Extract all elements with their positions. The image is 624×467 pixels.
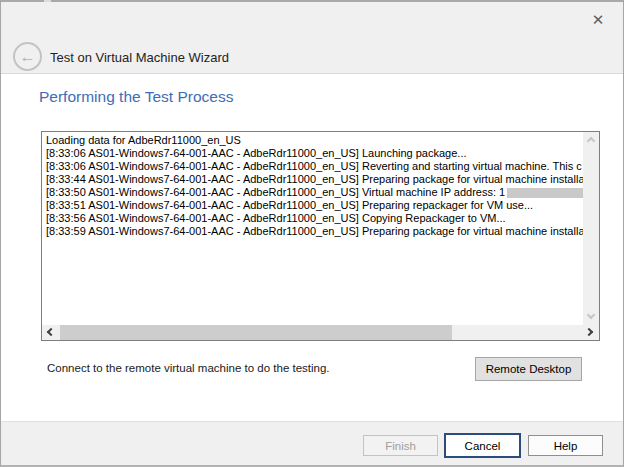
scroll-down-button[interactable] xyxy=(583,309,599,325)
log-line: [8:33:06 AS01-Windows7-64-001-AAC - Adbe… xyxy=(46,147,583,160)
test-process-log-listbox[interactable]: Loading data for AdbeRdr11000_en_US [8:3… xyxy=(41,131,600,341)
back-button[interactable]: ← xyxy=(13,42,42,71)
finish-button[interactable]: Finish xyxy=(363,435,438,456)
footer-bar: Finish Cancel Help xyxy=(1,421,623,465)
log-line-text: [8:33:50 AS01-Windows7-64-001-AAC - Adbe… xyxy=(46,186,505,198)
scroll-up-button[interactable] xyxy=(583,132,599,148)
remote-desktop-button[interactable]: Remote Desktop xyxy=(475,357,582,381)
status-text: Connect to the remote virtual machine to… xyxy=(47,362,330,374)
log-list: Loading data for AdbeRdr11000_en_US [8:3… xyxy=(42,132,583,325)
vertical-scrollbar[interactable] xyxy=(583,132,599,325)
log-line: [8:33:59 AS01-Windows7-64-001-AAC - Adbe… xyxy=(46,225,583,238)
scroll-right-button[interactable] xyxy=(583,325,599,340)
chevron-down-icon xyxy=(587,311,595,319)
wizard-header: ✕ ← Test on Virtual Machine Wizard xyxy=(1,2,623,74)
horizontal-scrollbar-thumb[interactable] xyxy=(60,325,452,340)
chevron-up-icon xyxy=(587,137,595,145)
log-line: [8:33:06 AS01-Windows7-64-001-AAC - Adbe… xyxy=(46,160,583,173)
log-line: [8:33:44 AS01-Windows7-64-001-AAC - Adbe… xyxy=(46,173,583,186)
log-line: [8:33:50 AS01-Windows7-64-001-AAC - Adbe… xyxy=(46,186,583,199)
chevron-left-icon xyxy=(47,328,55,336)
log-line: [8:33:51 AS01-Windows7-64-001-AAC - Adbe… xyxy=(46,199,583,212)
log-line: Loading data for AdbeRdr11000_en_US xyxy=(46,134,583,147)
page-title: Performing the Test Process xyxy=(39,88,233,106)
redacted-ip-bar xyxy=(507,188,583,198)
close-icon: ✕ xyxy=(592,11,605,28)
wizard-window: ✕ ← Test on Virtual Machine Wizard Perfo… xyxy=(0,0,624,467)
close-button[interactable]: ✕ xyxy=(587,9,609,31)
help-button[interactable]: Help xyxy=(528,435,603,456)
back-arrow-icon: ← xyxy=(20,48,36,65)
wizard-title: Test on Virtual Machine Wizard xyxy=(50,50,229,65)
horizontal-scrollbar[interactable] xyxy=(42,325,599,340)
log-line: [8:33:56 AS01-Windows7-64-001-AAC - Adbe… xyxy=(46,212,583,225)
scroll-left-button[interactable] xyxy=(42,325,58,340)
chevron-right-icon xyxy=(585,328,593,336)
cancel-button[interactable]: Cancel xyxy=(444,433,521,458)
